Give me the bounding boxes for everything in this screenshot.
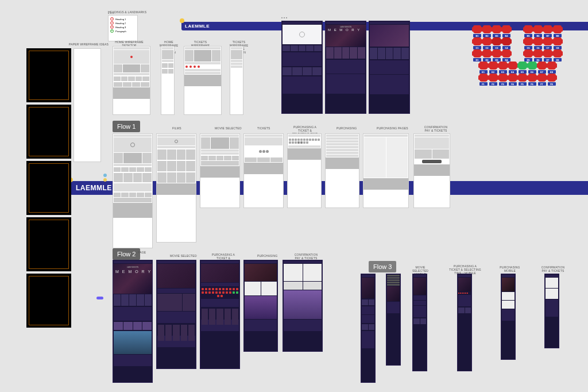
seat-C7[interactable]: C7 (544, 37, 552, 45)
seat-C1[interactable]: C1 (473, 37, 481, 45)
seat-F8[interactable]: F8 (548, 74, 556, 82)
seat-E4[interactable]: E4 (509, 62, 517, 70)
seat-D1[interactable]: D1 (473, 49, 481, 57)
flow1-frame-home[interactable] (113, 133, 153, 248)
paper-label: PAPER WIREFRAME IDEAS (69, 43, 109, 46)
seat-E2[interactable]: E2 (489, 62, 497, 70)
seat-B1[interactable]: B1 (473, 25, 481, 33)
heading-row-1: 1Heading 1 (110, 17, 136, 21)
heading-row-2: 2Heading 2 (110, 21, 136, 25)
seat-F6[interactable]: F6 (528, 74, 536, 82)
seat-B7[interactable]: B7 (544, 25, 552, 33)
seat-C8[interactable]: C8 (554, 37, 562, 45)
seat-E1[interactable]: E1 (479, 62, 488, 70)
seat-E5[interactable]: E5 (519, 62, 527, 70)
seat-F1[interactable]: F1 (479, 74, 488, 82)
heading-label: Heading 3 (115, 26, 126, 29)
hifi-home-2[interactable]: LIAM NEESONM E M O R Y (325, 21, 366, 114)
wireframe-tickets-mobile[interactable] (230, 46, 243, 115)
flow2-frame-movie[interactable] (156, 260, 196, 369)
flow3-mobile-menu[interactable] (386, 274, 401, 366)
flow3-label: CONFIRMATION PAY & TICKETS (540, 266, 566, 272)
flow1-frame-purchase[interactable] (325, 133, 359, 208)
flow2-label: PURCHASING (257, 254, 277, 258)
flow1-frame-seat-select[interactable] (287, 133, 322, 208)
paper-sketch[interactable] (26, 161, 71, 215)
flow3-label: PURCHASING MOBILE (498, 266, 521, 272)
seat-C6[interactable]: C6 (534, 37, 542, 45)
seat-F5[interactable]: F5 (519, 74, 527, 82)
heading-label: Paragraph (115, 30, 126, 33)
flow1-frame-tickets[interactable] (243, 133, 284, 208)
flow2-frame-home[interactable]: LIAM NEESONM E M O R Y (113, 260, 153, 383)
seat-D8[interactable]: D8 (554, 49, 562, 57)
seat-C4[interactable]: C4 (502, 37, 510, 45)
pill-icon (96, 297, 103, 299)
flow1-frame-films[interactable] (156, 133, 196, 243)
seat-B4[interactable]: B4 (502, 25, 510, 33)
flow1-label: FILMS (172, 126, 181, 130)
seat-C2[interactable]: C2 (483, 37, 491, 45)
flow3-mobile-seats[interactable] (457, 274, 472, 371)
seat-F4[interactable]: F4 (509, 74, 517, 82)
seat-F7[interactable]: F7 (538, 74, 546, 82)
seat-F3[interactable]: F3 (499, 74, 507, 82)
flow3-mobile-movie[interactable] (412, 274, 427, 371)
seat-D4[interactable]: D4 (502, 49, 510, 57)
paper-sketch[interactable] (26, 274, 71, 328)
paper-sketch[interactable] (26, 217, 71, 271)
seat-D7[interactable]: D7 (544, 49, 552, 57)
seat-row-C: C1C2C3C4C5C6C7C8 (465, 37, 570, 45)
seat-row-B: B1B2B3B4B5B6B7B8 (465, 25, 570, 33)
paper-sketch[interactable] (26, 48, 71, 102)
wireframe-tickets-desktop[interactable] (184, 46, 222, 115)
paper-sketch[interactable] (26, 105, 71, 159)
paper-sketch-white[interactable] (74, 48, 101, 162)
wireframe-home-desktop[interactable] (113, 46, 150, 115)
flow1-frame-movie[interactable] (200, 133, 240, 208)
flow-3-badge: Flow 3 (369, 261, 396, 272)
seat-F2[interactable]: F2 (489, 74, 497, 82)
seat-B8[interactable]: B8 (554, 25, 562, 33)
flow2-frame-seats[interactable] (200, 260, 240, 369)
hero-title: M E M O R Y (328, 28, 361, 32)
seat-D5[interactable]: D5 (524, 49, 532, 57)
flow3-mobile-purchase[interactable] (501, 274, 516, 360)
seat-row-D: D1D2D3D4D5D6D7D8 (465, 49, 570, 57)
seat-B6[interactable]: B6 (534, 25, 542, 33)
flow1-frame-purchase-pages[interactable] (363, 133, 409, 208)
seat-B3[interactable]: B3 (493, 25, 501, 33)
heading-row-3: 3Heading 3 (110, 25, 136, 29)
seat-C3[interactable]: C3 (493, 37, 501, 45)
seat-B5[interactable]: B5 (524, 25, 532, 33)
flow2-label: CONFIRMATION PAY & TICKETS (292, 253, 320, 260)
headings-title: HEADINGS & LANDMARKS (108, 10, 146, 14)
flow1-label: TICKETS (257, 126, 270, 130)
seat-C5[interactable]: C5 (524, 37, 532, 45)
hifi-home-1[interactable] (281, 21, 323, 114)
flow2-frame-confirm[interactable] (283, 260, 323, 352)
paper-sketches (26, 48, 71, 330)
wireframe-home-mobile[interactable] (161, 46, 175, 115)
seating-chart: B1B2B3B4B5B6B7B8C1C2C3C4C5C6C7C8D1D2D3D4… (465, 25, 570, 86)
flow3-mobile-home[interactable] (361, 274, 376, 383)
flow3-mobile-confirm[interactable] (544, 274, 559, 348)
flow2-frame-purchase[interactable] (243, 260, 278, 352)
seat-D2[interactable]: D2 (483, 49, 491, 57)
seat-B2[interactable]: B2 (483, 25, 491, 33)
flow1-frame-confirm[interactable] (413, 133, 450, 208)
headings-panel: 1Heading 1 2Heading 2 3Heading 3 PParagr… (108, 15, 138, 41)
flow1-label: CONFIRMATION PAY & TICKETS (421, 125, 450, 132)
seat-E3[interactable]: E3 (499, 62, 507, 70)
seat-D3[interactable]: D3 (493, 49, 501, 57)
seat-E6[interactable]: E6 (528, 62, 536, 70)
heading-label: Heading 1 (115, 18, 126, 21)
flow-1-badge: Flow 1 (113, 121, 140, 132)
heading-row-4: PParagraph (110, 29, 136, 33)
seat-row-F: F1F2F3F4F5F6F7F8 (465, 74, 570, 82)
seat-D6[interactable]: D6 (534, 49, 542, 57)
hifi-home-3[interactable] (369, 21, 410, 114)
seat-E8[interactable]: E8 (548, 62, 556, 70)
seat-E7[interactable]: E7 (538, 62, 546, 70)
heading-label: Heading 2 (115, 22, 126, 25)
